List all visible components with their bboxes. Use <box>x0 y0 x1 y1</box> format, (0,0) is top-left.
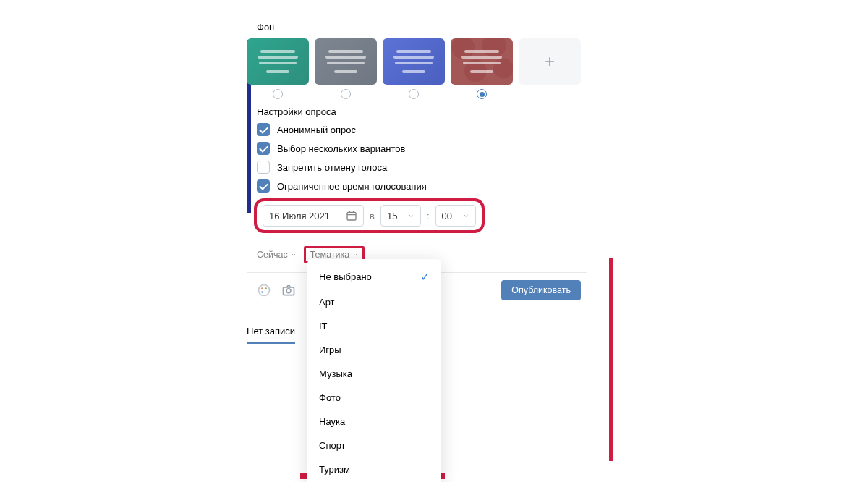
svg-rect-0 <box>347 212 356 220</box>
bg-tile-add[interactable]: + <box>519 38 581 85</box>
setting-label: Анонимный опрос <box>277 124 356 135</box>
palette-icon[interactable] <box>257 283 271 297</box>
date-picker[interactable]: 16 Июля 2021 <box>263 205 364 227</box>
bg-section-label: Фон <box>257 22 618 33</box>
checkbox-icon <box>257 179 270 193</box>
bg-radio-2[interactable] <box>341 89 351 99</box>
attach-icons <box>257 283 296 297</box>
topic-option-games[interactable]: Игры <box>307 338 441 362</box>
bg-tile-photo[interactable] <box>451 38 513 85</box>
topic-dropdown[interactable]: Не выбрано✓ Арт IT Игры Музыка Фото Наук… <box>307 259 441 482</box>
minute-value: 00 <box>442 211 452 221</box>
svg-point-1 <box>259 285 270 296</box>
setting-multiple[interactable]: Выбор нескольких вариантов <box>257 142 618 155</box>
chevron-down-icon <box>462 212 469 219</box>
topic-option-music[interactable]: Музыка <box>307 362 441 386</box>
at-label: в <box>370 211 375 221</box>
now-label: Сейчас <box>257 250 288 260</box>
setting-label: Запретить отмену голоса <box>277 162 387 173</box>
topic-option-art[interactable]: Арт <box>307 290 441 314</box>
checkbox-icon <box>257 142 270 155</box>
setting-no-revoke[interactable]: Запретить отмену голоса <box>257 161 618 174</box>
topic-option-tourism[interactable]: Туризм <box>307 457 441 481</box>
setting-label: Выбор нескольких вариантов <box>277 143 405 154</box>
topic-option-sport[interactable]: Спорт <box>307 434 441 457</box>
publish-button[interactable]: Опубликовать <box>501 280 581 300</box>
bg-tile-green[interactable] <box>247 38 309 85</box>
hour-select[interactable]: 15 <box>380 205 421 227</box>
chevron-down-icon <box>291 252 297 258</box>
tab-no-posts[interactable]: Нет записи <box>247 320 295 344</box>
now-chip[interactable]: Сейчас <box>257 250 297 260</box>
bg-radio-1[interactable] <box>273 89 283 99</box>
bg-radio-4[interactable] <box>477 89 487 99</box>
setting-limited-time[interactable]: Ограниченное время голосования <box>257 179 618 193</box>
date-value: 16 Июля 2021 <box>269 211 330 221</box>
chevron-down-icon <box>352 252 358 258</box>
camera-icon[interactable] <box>281 283 296 297</box>
checkbox-icon <box>257 161 270 174</box>
settings-label: Настройки опроса <box>257 106 618 117</box>
svg-point-6 <box>286 289 291 293</box>
minute-select[interactable]: 00 <box>435 205 476 227</box>
topic-label: Тематика <box>310 250 350 260</box>
setting-anonymous[interactable]: Анонимный опрос <box>257 123 618 136</box>
calendar-icon <box>346 210 357 221</box>
annotation-bar-red-right <box>609 258 613 461</box>
check-icon: ✓ <box>420 270 430 284</box>
setting-label: Ограниченное время голосования <box>277 181 427 192</box>
settings-list: Анонимный опрос Выбор нескольких вариант… <box>257 123 618 193</box>
plus-icon: + <box>545 51 555 72</box>
topic-option-none[interactable]: Не выбрано✓ <box>307 263 441 290</box>
checkbox-icon <box>257 123 270 136</box>
chevron-down-icon <box>407 212 414 219</box>
bg-tile-blue[interactable] <box>383 38 445 85</box>
svg-point-3 <box>265 287 267 289</box>
svg-point-4 <box>261 291 263 293</box>
topic-option-photo[interactable]: Фото <box>307 386 441 410</box>
hour-value: 15 <box>387 211 397 221</box>
bg-radio-3[interactable] <box>409 89 419 99</box>
bg-tile-row: + <box>247 38 618 85</box>
topic-option-it[interactable]: IT <box>307 314 441 338</box>
colon: : <box>427 211 430 221</box>
datetime-group: 16 Июля 2021 в 15 : 00 <box>254 198 485 233</box>
bg-tile-gray[interactable] <box>315 38 377 85</box>
svg-point-2 <box>261 287 263 289</box>
bg-radio-row <box>247 89 618 99</box>
topic-option-science[interactable]: Наука <box>307 410 441 434</box>
